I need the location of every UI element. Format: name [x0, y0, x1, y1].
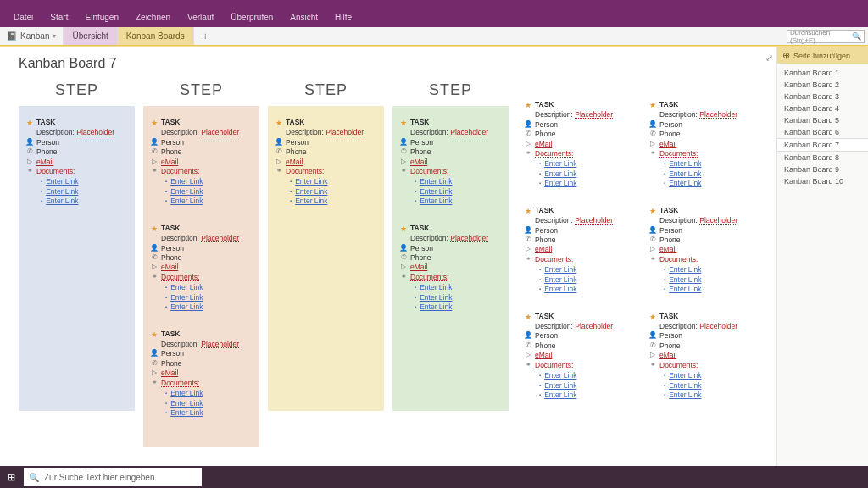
- page-list-item[interactable]: Kanban Board 2: [777, 79, 868, 91]
- card-link[interactable]: Enter Link: [544, 285, 576, 293]
- menu-einfuegen[interactable]: Einfügen: [78, 9, 125, 27]
- card-link[interactable]: Enter Link: [170, 389, 203, 397]
- menu-start[interactable]: Start: [43, 9, 75, 27]
- card-link[interactable]: Enter Link: [170, 293, 203, 302]
- page-list-item[interactable]: Kanban Board 4: [777, 103, 868, 114]
- card-link[interactable]: Enter Link: [46, 187, 78, 196]
- card-link[interactable]: Enter Link: [669, 381, 701, 390]
- card-link[interactable]: Enter Link: [669, 169, 701, 178]
- kanban-card[interactable]: ★TASKDescription: Placeholder👤Person✆Pho…: [524, 206, 626, 295]
- page-canvas[interactable]: ⤢ Kanban Board 7 STEP★TASKDescription: P…: [0, 47, 776, 466]
- kanban-card[interactable]: ★TASKDescription: Placeholder👤Person✆Pho…: [648, 312, 751, 401]
- menu-verlauf[interactable]: Verlauf: [181, 9, 220, 27]
- card-link[interactable]: Enter Link: [544, 371, 576, 380]
- card-link[interactable]: Enter Link: [420, 293, 452, 302]
- card-link[interactable]: Enter Link: [544, 159, 576, 168]
- menu-datei[interactable]: Datei: [7, 9, 40, 27]
- kanban-card[interactable]: ★TASKDescription: Placeholder👤Person✆Pho…: [399, 224, 502, 313]
- card-link[interactable]: Enter Link: [669, 275, 701, 284]
- fullscreen-icon[interactable]: ⤢: [765, 53, 773, 64]
- card-link[interactable]: Enter Link: [170, 187, 203, 196]
- page-list-item[interactable]: Kanban Board 5: [777, 114, 868, 126]
- card-email[interactable]: eMail: [286, 158, 303, 167]
- card-link[interactable]: Enter Link: [170, 399, 203, 408]
- taskbar-search[interactable]: 🔍 Zur Suche Text hier eingeben: [24, 468, 202, 486]
- card-email[interactable]: eMail: [659, 245, 676, 254]
- kanban-card[interactable]: ★TASKDescription: Placeholder👤Person✆Pho…: [150, 330, 253, 419]
- column-body[interactable]: ★TASKDescription: Placeholder👤Person✆Pho…: [392, 106, 509, 411]
- kanban-card[interactable]: ★TASKDescription: Placeholder👤Person✆Pho…: [150, 224, 253, 313]
- menu-hilfe[interactable]: Hilfe: [328, 9, 359, 27]
- section-tab-kanban-boards[interactable]: Kanban Boards: [118, 27, 194, 45]
- start-button[interactable]: ⊞: [0, 466, 22, 488]
- card-link[interactable]: Enter Link: [295, 187, 327, 196]
- card-email[interactable]: eMail: [535, 140, 552, 149]
- card-link[interactable]: Enter Link: [544, 275, 576, 284]
- page-list-item[interactable]: Kanban Board 3: [777, 91, 868, 103]
- column-body[interactable]: ★TASKDescription: Placeholder👤Person✆Pho…: [268, 106, 384, 411]
- card-link[interactable]: Enter Link: [544, 391, 576, 399]
- card-email[interactable]: eMail: [535, 245, 552, 254]
- card-email[interactable]: eMail: [161, 263, 178, 272]
- kanban-card[interactable]: ★TASKDescription: Placeholder👤Person✆Pho…: [524, 312, 626, 401]
- menu-zeichnen[interactable]: Zeichnen: [129, 9, 177, 27]
- kanban-card[interactable]: ★TASKDescription: Placeholder👤Person✆Pho…: [25, 118, 128, 207]
- card-email[interactable]: eMail: [161, 369, 178, 378]
- card-email[interactable]: eMail: [410, 263, 427, 272]
- notebook-dropdown[interactable]: 📓 Kanban ▾: [0, 27, 64, 45]
- search-input[interactable]: Durchsuchen (Strg+E) 🔍: [787, 30, 865, 43]
- card-link[interactable]: Enter Link: [669, 285, 701, 293]
- kanban-card[interactable]: ★TASKDescription: Placeholder👤Person✆Pho…: [275, 118, 377, 207]
- column-body[interactable]: ★TASKDescription: Placeholder👤Person✆Pho…: [642, 88, 758, 430]
- card-link[interactable]: Enter Link: [170, 197, 203, 205]
- card-email[interactable]: eMail: [161, 158, 178, 167]
- page-list-item[interactable]: Kanban Board 9: [777, 164, 868, 175]
- card-email[interactable]: eMail: [659, 140, 676, 149]
- card-email[interactable]: eMail: [410, 158, 427, 167]
- page-list-item[interactable]: Kanban Board 6: [777, 126, 868, 138]
- kanban-card[interactable]: ★TASKDescription: Placeholder👤Person✆Pho…: [399, 118, 502, 207]
- kanban-card[interactable]: ★TASKDescription: Placeholder👤Person✆Pho…: [648, 206, 751, 295]
- kanban-card[interactable]: ★TASKDescription: Placeholder👤Person✆Pho…: [648, 100, 751, 189]
- card-link[interactable]: Enter Link: [544, 381, 576, 390]
- card-email[interactable]: eMail: [659, 351, 676, 360]
- page-list-item[interactable]: Kanban Board 7: [776, 138, 868, 152]
- menu-ansicht[interactable]: Ansicht: [283, 9, 325, 27]
- card-email[interactable]: eMail: [535, 351, 552, 360]
- page-list-item[interactable]: Kanban Board 1: [777, 67, 868, 79]
- card-link[interactable]: Enter Link: [170, 177, 203, 186]
- card-link[interactable]: Enter Link: [420, 283, 452, 291]
- page-list-item[interactable]: Kanban Board 8: [777, 152, 868, 164]
- card-link[interactable]: Enter Link: [46, 197, 78, 205]
- add-page-button[interactable]: ⊕ Seite hinzufügen: [777, 47, 868, 64]
- kanban-card[interactable]: ★TASKDescription: Placeholder👤Person✆Pho…: [150, 118, 253, 207]
- card-link[interactable]: Enter Link: [295, 177, 327, 186]
- column-body[interactable]: ★TASKDescription: Placeholder👤Person✆Pho…: [143, 106, 259, 447]
- card-link[interactable]: Enter Link: [669, 159, 701, 168]
- card-link[interactable]: Enter Link: [420, 177, 452, 186]
- card-link[interactable]: Enter Link: [170, 283, 203, 291]
- card-link[interactable]: Enter Link: [295, 197, 327, 205]
- card-link[interactable]: Enter Link: [420, 187, 452, 196]
- menu-ueberpruefen[interactable]: Überprüfen: [224, 9, 280, 27]
- card-link[interactable]: Enter Link: [669, 179, 701, 187]
- card-link[interactable]: Enter Link: [46, 177, 78, 186]
- column-body[interactable]: ★TASKDescription: Placeholder👤Person✆Pho…: [517, 88, 633, 430]
- card-link[interactable]: Enter Link: [669, 265, 701, 274]
- card-link[interactable]: Enter Link: [420, 197, 452, 205]
- card-link[interactable]: Enter Link: [170, 302, 203, 311]
- card-link[interactable]: Enter Link: [669, 391, 701, 399]
- card-link[interactable]: Enter Link: [170, 408, 203, 417]
- card-link[interactable]: Enter Link: [544, 169, 576, 178]
- card-link[interactable]: Enter Link: [420, 302, 452, 311]
- card-link[interactable]: Enter Link: [544, 265, 576, 274]
- column-body[interactable]: ★TASKDescription: Placeholder👤Person✆Pho…: [19, 106, 135, 411]
- section-tab-uebersicht[interactable]: Übersicht: [64, 27, 117, 45]
- kanban-card[interactable]: ★TASKDescription: Placeholder👤Person✆Pho…: [524, 100, 626, 189]
- add-section-button[interactable]: +: [194, 27, 217, 45]
- card-email[interactable]: eMail: [36, 158, 53, 167]
- card-link[interactable]: Enter Link: [544, 179, 576, 187]
- page-title[interactable]: Kanban Board 7: [19, 56, 758, 71]
- card-link[interactable]: Enter Link: [669, 371, 701, 380]
- page-list-item[interactable]: Kanban Board 10: [777, 175, 868, 187]
